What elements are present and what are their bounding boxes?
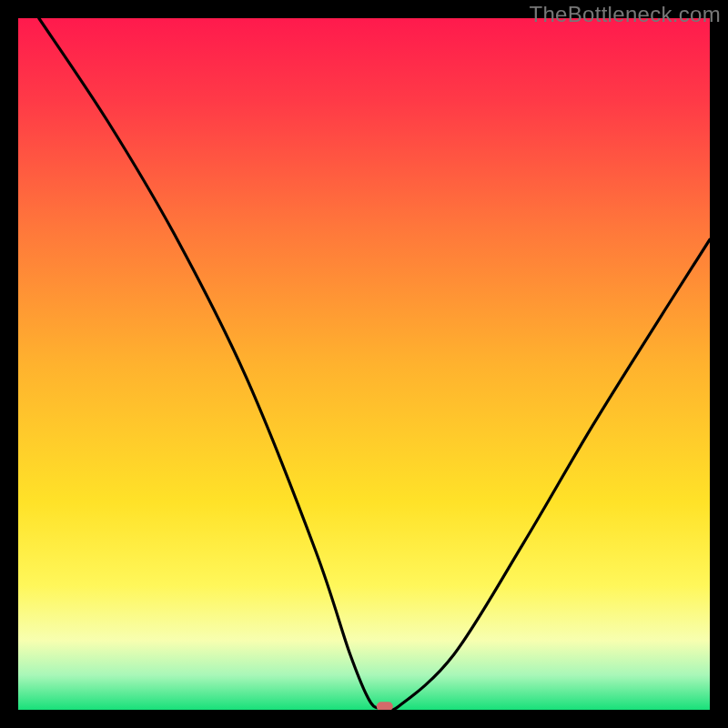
gradient-background xyxy=(18,18,710,710)
plot-area xyxy=(18,18,710,710)
chart-frame: TheBottleneck.com xyxy=(0,0,728,728)
optimal-marker xyxy=(377,702,393,710)
watermark-text: TheBottleneck.com xyxy=(529,2,721,27)
bottleneck-chart xyxy=(18,18,710,710)
